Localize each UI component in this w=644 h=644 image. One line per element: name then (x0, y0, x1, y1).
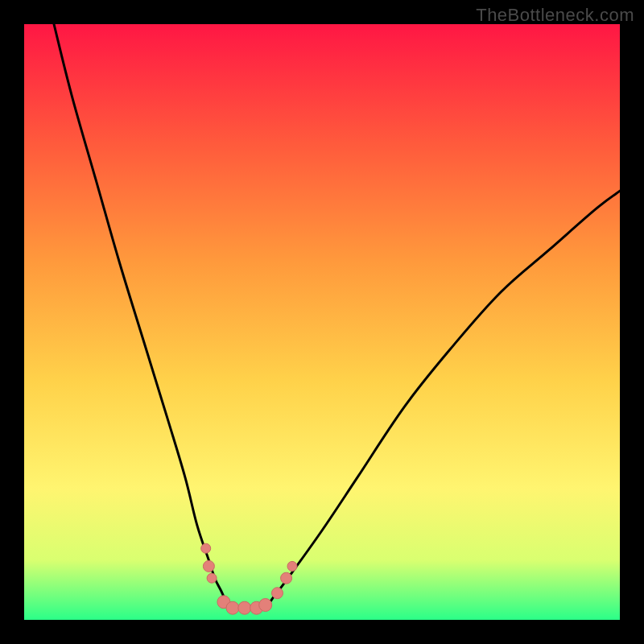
marker-dot (226, 601, 239, 614)
marker-dot (238, 601, 251, 614)
marker-dot (287, 561, 297, 571)
marker-dot (259, 599, 272, 612)
chart-svg (24, 24, 620, 620)
marker-dot (207, 573, 217, 583)
watermark-text: TheBottleneck.com (476, 5, 634, 26)
plot-area (24, 24, 620, 620)
marker-dot (272, 588, 283, 599)
marker-dot (203, 560, 214, 572)
marker-dot (201, 543, 211, 553)
marker-dot (281, 572, 292, 584)
chart-container: TheBottleneck.com (0, 0, 644, 644)
